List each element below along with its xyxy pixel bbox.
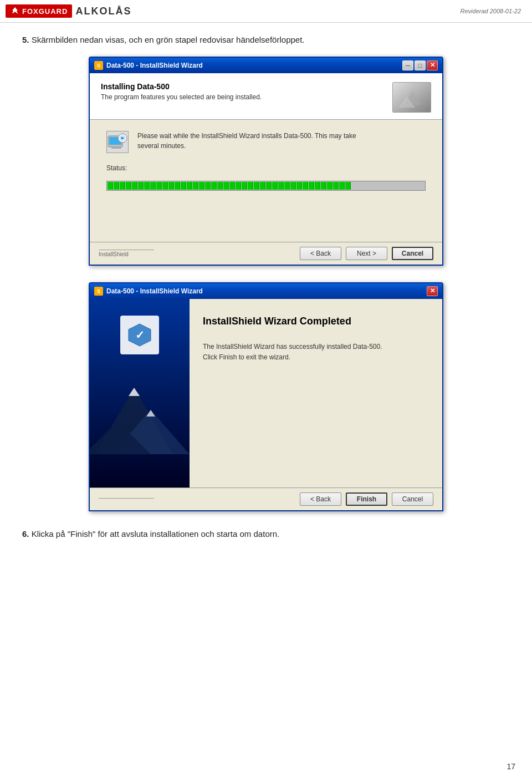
- progress-seg: [284, 182, 290, 190]
- progress-seg: [126, 182, 131, 190]
- dialog1-body: Installing Data-500 The program features…: [90, 73, 442, 265]
- progress-seg: [248, 182, 253, 190]
- progress-seg: [223, 182, 229, 190]
- installshield-label: InstallShield: [99, 250, 154, 257]
- progress-seg: [168, 182, 174, 190]
- mountains-decoration: ✓: [90, 299, 190, 488]
- product-name: ALKOLÅS: [75, 6, 131, 17]
- progress-seg: [120, 182, 125, 190]
- dialog1-next-button[interactable]: Next >: [346, 247, 387, 260]
- dialog2-footer-buttons[interactable]: < Back Finish Cancel: [300, 492, 433, 506]
- progress-seg: [199, 182, 204, 190]
- page-header: FOXGUARD ALKOLÅS Reviderad 2008-01-22: [0, 0, 532, 23]
- dialog2-cancel-button[interactable]: Cancel: [392, 492, 433, 506]
- progress-seg: [114, 182, 119, 190]
- progress-segments: [108, 182, 424, 190]
- dialog2-back-button[interactable]: < Back: [300, 492, 341, 506]
- dialog1-minimize-btn[interactable]: ─: [402, 60, 413, 70]
- dialog2-footer: < Back Finish Cancel: [90, 488, 442, 510]
- section5-body: Skärmbilden nedan visas, och en grön sta…: [32, 35, 305, 44]
- main-content: 5. Skärmbilden nedan visas, och en grön …: [0, 23, 532, 551]
- progress-seg: [211, 182, 217, 190]
- progress-seg: [132, 182, 137, 190]
- dialog1-title-text: Data-500 - InstallShield Wizard: [106, 62, 203, 69]
- progress-seg: [303, 182, 308, 190]
- dialog1-app-icon: S: [94, 61, 103, 70]
- foxguard-logo: FOXGUARD: [6, 4, 72, 18]
- dialog2-body: ✓ InstallShield Wizard Completed The Ins…: [90, 299, 442, 488]
- progress-seg: [217, 182, 223, 190]
- dialog1-header-logo: [392, 82, 431, 113]
- dialog1-header-section: Installing Data-500 The program features…: [90, 73, 442, 120]
- progress-seg: [290, 182, 296, 190]
- dialog1-main-title: Installing Data-500: [101, 82, 386, 91]
- progress-seg: [345, 182, 351, 190]
- progress-seg: [187, 182, 192, 190]
- section6-number: 6.: [22, 529, 29, 539]
- progress-seg: [181, 182, 186, 190]
- progress-seg: [309, 182, 314, 190]
- status-label: Status:: [106, 164, 426, 172]
- dialog1-footer-buttons[interactable]: < Back Next > Cancel: [300, 247, 433, 260]
- dialog2-title-left: S Data-500 - InstallShield Wizard: [94, 287, 203, 296]
- install-dialog: S Data-500 - InstallShield Wizard ─ □ ✕ …: [89, 57, 443, 266]
- progress-seg: [150, 182, 156, 190]
- dialog1-header-text: Installing Data-500 The program features…: [101, 82, 386, 101]
- section5-number: 5.: [22, 35, 29, 44]
- dialog1-restore-btn[interactable]: □: [415, 60, 426, 70]
- progress-seg: [278, 182, 284, 190]
- progress-seg: [260, 182, 265, 190]
- progress-seg: [266, 182, 272, 190]
- progress-seg: [229, 182, 235, 190]
- dialog1-subtitle: The program features you selected are be…: [101, 93, 386, 101]
- svg-text:S: S: [97, 63, 100, 68]
- section5-text: 5. Skärmbilden nedan visas, och en grön …: [22, 34, 510, 47]
- dialog1-titlebar-buttons: ─ □ ✕: [402, 60, 438, 70]
- progress-seg: [144, 182, 150, 190]
- svg-marker-0: [12, 7, 18, 14]
- dialog2-installshield-label: [99, 498, 154, 500]
- progress-seg: [254, 182, 259, 190]
- install-description: Please wait while the InstallShield Wiza…: [137, 131, 356, 151]
- section6-body: Klicka på "Finish" för att avsluta insta…: [32, 529, 280, 539]
- progress-seg: [138, 182, 144, 190]
- completed-dialog: S Data-500 - InstallShield Wizard ✕: [89, 282, 443, 511]
- dialog2-left-panel: ✓: [90, 299, 190, 488]
- page-number: 17: [507, 762, 515, 771]
- logo-area: FOXGUARD ALKOLÅS: [6, 4, 131, 18]
- svg-text:S: S: [97, 288, 100, 294]
- dialog2-finish-button[interactable]: Finish: [346, 492, 387, 506]
- dialog2-titlebar-buttons: ✕: [427, 286, 438, 296]
- progress-bar-container: [106, 181, 426, 191]
- progress-seg: [321, 182, 326, 190]
- progress-seg: [339, 182, 345, 190]
- progress-seg: [156, 182, 162, 190]
- dialog1-content: Please wait while the InstallShield Wiza…: [90, 120, 442, 242]
- progress-seg: [333, 182, 339, 190]
- svg-rect-8: [111, 147, 121, 149]
- progress-seg: [175, 182, 180, 190]
- progress-seg: [205, 182, 211, 190]
- dialog2-right-panel: InstallShield Wizard Completed The Insta…: [190, 299, 442, 488]
- progress-seg: [296, 182, 302, 190]
- install-icon-row: Please wait while the InstallShield Wiza…: [106, 131, 426, 153]
- dialog1-footer: InstallShield < Back Next > Cancel: [90, 242, 442, 265]
- completed-title: InstallShield Wizard Completed: [203, 316, 429, 327]
- progress-seg: [108, 182, 113, 190]
- progress-seg: [193, 182, 198, 190]
- dialog2-close-btn[interactable]: ✕: [427, 286, 438, 296]
- dialog1-close-btn[interactable]: ✕: [427, 60, 438, 70]
- dialog2-titlebar: S Data-500 - InstallShield Wizard ✕: [90, 283, 442, 299]
- dialog1-back-button[interactable]: < Back: [300, 247, 341, 260]
- progress-seg: [327, 182, 332, 190]
- dialog2-app-icon: S: [94, 287, 103, 296]
- dialog2-title-text: Data-500 - InstallShield Wizard: [106, 287, 203, 295]
- svg-text:✓: ✓: [135, 329, 145, 341]
- dialog1-cancel-button[interactable]: Cancel: [392, 247, 433, 260]
- progress-seg: [242, 182, 247, 190]
- dialog1-titlebar: S Data-500 - InstallShield Wizard ─ □ ✕: [90, 58, 442, 73]
- section6-text: 6. Klicka på "Finish" för att avsluta in…: [22, 528, 510, 541]
- revision-date: Reviderad 2008-01-22: [461, 8, 521, 14]
- fox-icon: [10, 6, 20, 16]
- progress-seg: [162, 182, 168, 190]
